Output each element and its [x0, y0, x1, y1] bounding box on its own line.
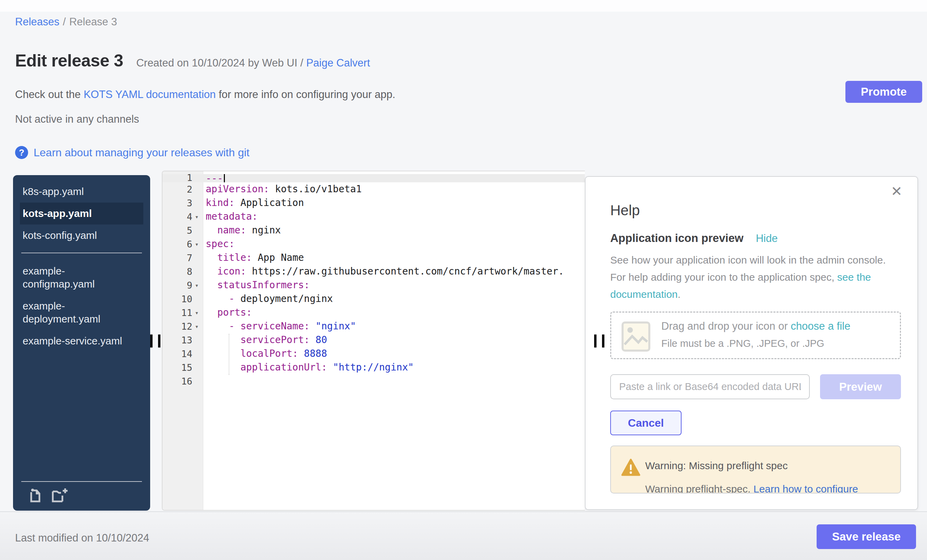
line-number-2: 2	[163, 182, 203, 196]
git-help-link[interactable]: Learn about managing your releases with …	[33, 146, 249, 159]
text-cursor	[224, 174, 225, 182]
channel-status: Not active in any channels	[15, 113, 139, 126]
code-line-10[interactable]: 10 - deployment/nginx	[163, 292, 585, 306]
line-number-4: 4▾	[163, 210, 203, 223]
code-text: applicationUrl: "http://nginx"	[203, 361, 585, 374]
preview-button[interactable]: Preview	[820, 374, 901, 399]
line-number-16: 16	[163, 374, 203, 388]
file-name: example-configmap.yaml	[23, 264, 131, 291]
code-text: ports:	[203, 306, 585, 319]
edit-release-page: Releases/Release 3 Edit release 3 Create…	[0, 0, 927, 560]
line-number-10: 10	[163, 292, 203, 306]
file-item-k8s-app.yaml[interactable]: k8s-app.yaml	[20, 181, 143, 203]
fold-arrow-icon[interactable]: ▾	[192, 282, 201, 289]
code-line-4[interactable]: 4▾metadata:	[163, 210, 585, 223]
help-panel: ✕ Help Application icon preview Hide See…	[585, 176, 918, 510]
code-line-11[interactable]: 11▾ ports:	[163, 306, 585, 319]
line-number-3: 3	[163, 196, 203, 210]
warning-sub-text: Warning preflight-spec.	[645, 483, 751, 493]
code-line-12[interactable]: 12▾ - serviceName: "nginx"	[163, 319, 585, 333]
line-number-12: 12▾	[163, 319, 203, 333]
code-line-1[interactable]: 1---	[163, 174, 585, 182]
file-name: k8s-app.yaml	[23, 185, 131, 198]
code-line-3[interactable]: 3kind: Application	[163, 196, 585, 210]
indent-guide	[229, 334, 229, 375]
code-line-14[interactable]: 14 localPort: 8888	[163, 347, 585, 361]
fold-arrow-icon[interactable]: ▾	[192, 241, 201, 248]
description-row: Check out the KOTS YAML documentation fo…	[15, 88, 395, 101]
file-item-kots-app.yaml[interactable]: kots-app.yaml	[20, 203, 143, 225]
line-number-15: 15	[163, 361, 203, 374]
yaml-editor[interactable]: 1---2apiVersion: kots.io/v1beta13kind: A…	[162, 171, 585, 511]
code-line-9[interactable]: 9▾ statusInformers:	[163, 278, 585, 292]
fold-arrow-icon[interactable]: ▾	[192, 213, 201, 220]
icon-preview-title: Application icon preview	[610, 232, 743, 245]
author-link[interactable]: Paige Calvert	[306, 57, 370, 69]
resize-bar	[602, 334, 605, 348]
line-number-8: 8	[163, 264, 203, 278]
new-folder-icon[interactable]	[52, 487, 71, 504]
file-tree-sidebar: k8s-app.yamlkots-app.yamlkots-config.yam…	[13, 175, 150, 511]
code-text: - deployment/nginx	[203, 292, 585, 306]
code-line-6[interactable]: 6▾spec:	[163, 237, 585, 251]
code-text: localPort: 8888	[203, 347, 585, 361]
footer-bar: Last modified on 10/10/2024 Save release	[0, 511, 927, 560]
fold-arrow-icon[interactable]: ▾	[192, 309, 201, 316]
drop-text: Drag and drop your icon or	[661, 320, 790, 332]
warning-triangle-icon	[621, 458, 640, 478]
fold-arrow-icon[interactable]: ▾	[192, 323, 201, 330]
code-line-5[interactable]: 5 name: nginx	[163, 223, 585, 237]
code-line-8[interactable]: 8 icon: https://raw.githubusercontent.co…	[163, 264, 585, 278]
code-line-2[interactable]: 2apiVersion: kots.io/v1beta1	[163, 182, 585, 196]
new-file-icon[interactable]	[28, 487, 43, 504]
resize-bar	[150, 334, 153, 348]
code-text: icon: https://raw.githubusercontent.com/…	[203, 264, 585, 278]
line-number-5: 5	[163, 223, 203, 237]
sidebar-bottom-icons	[13, 482, 150, 511]
code-text: metadata:	[203, 210, 585, 223]
icon-url-input[interactable]	[610, 374, 810, 399]
file-group-divider	[21, 253, 142, 253]
code-line-7[interactable]: 7 title: App Name	[163, 251, 585, 264]
file-item-kots-config.yaml[interactable]: kots-config.yaml	[20, 225, 143, 246]
file-name: kots-app.yaml	[23, 207, 131, 220]
description-period: .	[678, 288, 681, 300]
cancel-button[interactable]: Cancel	[610, 411, 682, 435]
kots-yaml-doc-link[interactable]: KOTS YAML documentation	[84, 88, 216, 100]
line-number-1: 1	[163, 174, 203, 182]
learn-configure-link[interactable]: Learn how to configure	[754, 483, 858, 493]
file-item-example-service.yaml[interactable]: example-service.yaml	[20, 330, 143, 352]
help-panel-title: Help	[610, 202, 640, 219]
line-number-7: 7	[163, 251, 203, 264]
line-number-14: 14	[163, 347, 203, 361]
code-line-13[interactable]: 13 servicePort: 80	[163, 333, 585, 347]
hide-link[interactable]: Hide	[756, 232, 778, 245]
question-circle-icon: ?	[15, 146, 28, 159]
promote-button[interactable]: Promote	[845, 81, 922, 103]
resize-bar	[158, 334, 160, 348]
code-line-15[interactable]: 15 applicationUrl: "http://nginx"	[163, 361, 585, 374]
file-item-example-configmap.yaml[interactable]: example-configmap.yaml	[20, 260, 143, 295]
choose-file-link[interactable]: choose a file	[790, 320, 850, 332]
breadcrumb-current: Release 3	[69, 16, 117, 28]
code-line-16[interactable]: 16	[163, 374, 585, 388]
save-release-button[interactable]: Save release	[817, 524, 916, 549]
code-text: ---	[203, 174, 585, 182]
last-modified-text: Last modified on 10/10/2024	[15, 532, 149, 544]
breadcrumb-releases-link[interactable]: Releases	[15, 16, 59, 28]
close-icon[interactable]: ✕	[891, 184, 902, 198]
help-panel-resize-handle[interactable]	[594, 334, 605, 348]
title-row: Edit release 3 Created on 10/10/2024 by …	[15, 51, 370, 71]
image-placeholder-icon	[621, 321, 651, 354]
code-text: spec:	[203, 237, 585, 251]
breadcrumb-separator: /	[63, 16, 66, 28]
line-number-9: 9▾	[163, 278, 203, 292]
git-help-row[interactable]: ? Learn about managing your releases wit…	[15, 146, 249, 159]
sidebar-resize-handle[interactable]	[150, 334, 160, 348]
desc-prefix: Check out the	[15, 88, 84, 100]
code-rows: 1---2apiVersion: kots.io/v1beta13kind: A…	[163, 174, 585, 388]
created-text: Created on 10/10/2024 by Web UI /	[136, 57, 306, 69]
icon-dropzone[interactable]: Drag and drop your icon or choose a file…	[610, 311, 901, 359]
code-text: name: nginx	[203, 223, 585, 237]
file-item-example-deployment.yaml[interactable]: example-deployment.yaml	[20, 295, 143, 330]
